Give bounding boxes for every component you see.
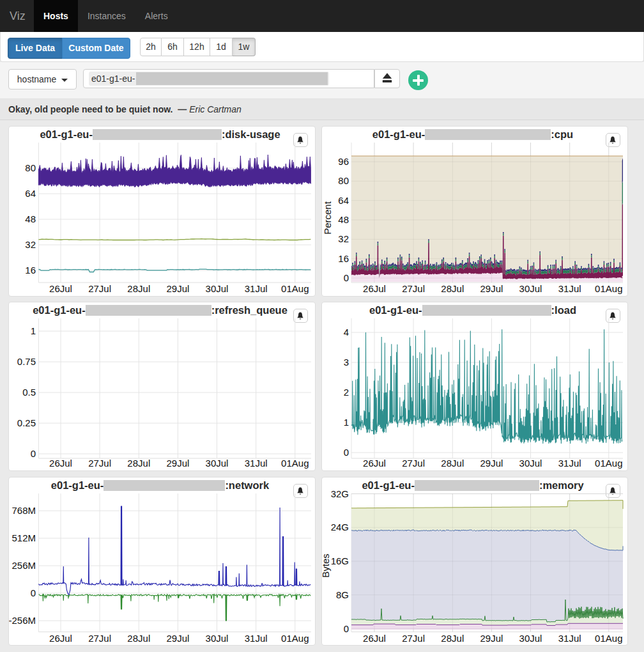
svg-text:29Jul: 29Jul — [480, 633, 503, 644]
svg-text:1: 1 — [31, 325, 36, 336]
svg-text:4: 4 — [344, 327, 349, 338]
svg-text:80: 80 — [338, 175, 349, 186]
svg-text:31Jul: 31Jul — [558, 633, 581, 644]
svg-text:768M: 768M — [12, 505, 36, 516]
svg-text:0: 0 — [344, 447, 349, 458]
svg-text:30Jul: 30Jul — [206, 458, 229, 469]
svg-text:29Jul: 29Jul — [166, 283, 189, 294]
svg-text:28Jul: 28Jul — [127, 283, 150, 294]
svg-text:31Jul: 31Jul — [245, 458, 268, 469]
svg-text:30Jul: 30Jul — [206, 633, 229, 644]
svg-text:80: 80 — [25, 162, 36, 173]
svg-text:32G: 32G — [331, 488, 349, 499]
svg-text:48: 48 — [338, 214, 349, 225]
svg-text:27Jul: 27Jul — [402, 283, 425, 294]
svg-text:28Jul: 28Jul — [127, 458, 150, 469]
svg-text:26Jul: 26Jul — [49, 633, 72, 644]
svg-text:16: 16 — [25, 265, 36, 276]
svg-text:29Jul: 29Jul — [480, 283, 503, 294]
svg-text:26Jul: 26Jul — [49, 458, 72, 469]
svg-text:01Aug: 01Aug — [281, 633, 309, 644]
svg-text:64: 64 — [25, 188, 36, 199]
svg-text:30Jul: 30Jul — [519, 458, 542, 469]
svg-text:27Jul: 27Jul — [402, 633, 425, 644]
svg-text:0: 0 — [31, 448, 36, 459]
svg-text:8G: 8G — [336, 589, 349, 600]
svg-text:96: 96 — [338, 156, 349, 167]
svg-text:30Jul: 30Jul — [519, 633, 542, 644]
svg-text:3: 3 — [344, 357, 349, 368]
svg-text:01Aug: 01Aug — [281, 283, 309, 294]
svg-text:0.25: 0.25 — [17, 417, 36, 428]
svg-text:26Jul: 26Jul — [363, 458, 386, 469]
svg-text:26Jul: 26Jul — [363, 633, 386, 644]
svg-text:16: 16 — [338, 253, 349, 264]
svg-text:0: 0 — [344, 623, 349, 634]
svg-text:27Jul: 27Jul — [88, 283, 111, 294]
svg-text:31Jul: 31Jul — [558, 283, 581, 294]
svg-text:29Jul: 29Jul — [166, 458, 189, 469]
svg-text:29Jul: 29Jul — [480, 458, 503, 469]
svg-text:0: 0 — [344, 272, 349, 283]
svg-text:1: 1 — [344, 417, 349, 428]
svg-text:30Jul: 30Jul — [206, 283, 229, 294]
svg-text:0: 0 — [31, 587, 36, 598]
svg-text:01Aug: 01Aug — [595, 283, 622, 294]
svg-text:Percent: Percent — [322, 201, 333, 235]
svg-text:512M: 512M — [12, 532, 36, 543]
svg-text:31Jul: 31Jul — [245, 633, 268, 644]
svg-text:01Aug: 01Aug — [281, 458, 309, 469]
svg-text:48: 48 — [25, 213, 36, 224]
svg-text:2: 2 — [344, 387, 349, 398]
svg-text:Bytes: Bytes — [322, 554, 331, 578]
svg-text:64: 64 — [338, 195, 349, 206]
svg-text:31Jul: 31Jul — [245, 283, 268, 294]
svg-text:0.5: 0.5 — [22, 387, 36, 398]
svg-text:28Jul: 28Jul — [441, 283, 464, 294]
svg-text:31Jul: 31Jul — [558, 458, 581, 469]
svg-text:-256M: -256M — [9, 615, 36, 626]
svg-text:32: 32 — [338, 233, 349, 244]
svg-text:27Jul: 27Jul — [88, 633, 111, 644]
svg-text:28Jul: 28Jul — [441, 633, 464, 644]
svg-text:30Jul: 30Jul — [519, 283, 542, 294]
svg-text:26Jul: 26Jul — [363, 283, 386, 294]
svg-text:24G: 24G — [331, 522, 349, 532]
svg-text:27Jul: 27Jul — [88, 458, 111, 469]
svg-text:01Aug: 01Aug — [595, 633, 622, 644]
svg-text:27Jul: 27Jul — [402, 458, 425, 469]
svg-text:01Aug: 01Aug — [595, 458, 622, 469]
svg-text:0.75: 0.75 — [17, 356, 36, 367]
svg-text:28Jul: 28Jul — [441, 458, 464, 469]
svg-text:256M: 256M — [12, 560, 36, 571]
svg-text:16G: 16G — [331, 555, 349, 566]
svg-text:26Jul: 26Jul — [49, 283, 72, 294]
svg-text:28Jul: 28Jul — [127, 633, 150, 644]
svg-text:29Jul: 29Jul — [166, 633, 189, 644]
svg-text:32: 32 — [25, 239, 36, 250]
